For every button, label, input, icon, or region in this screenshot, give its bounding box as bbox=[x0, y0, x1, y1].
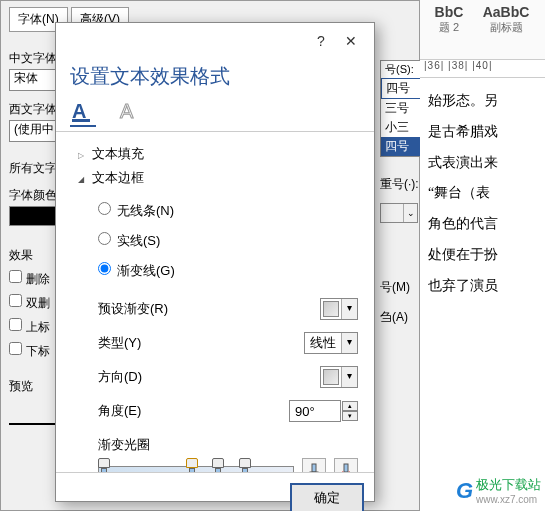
size-list-top[interactable]: 四号 bbox=[381, 78, 423, 99]
text-effects-dialog: ? ✕ 设置文本效果格式 A A 文本填充 文本边框 无线条(N) 实线(S) … bbox=[55, 22, 375, 502]
tree-text-fill-label: 文本填充 bbox=[92, 146, 144, 161]
chevron-down-icon[interactable]: ▾ bbox=[341, 333, 357, 353]
doc-line: 始形态。另 bbox=[428, 86, 537, 117]
bg-weight-label: 重号(·): bbox=[380, 177, 419, 191]
letter-a-outline-icon: A bbox=[118, 100, 144, 122]
close-button[interactable]: ✕ bbox=[336, 27, 366, 55]
spin-up-icon[interactable]: ▴ bbox=[342, 401, 358, 411]
tab-text-effects[interactable]: A bbox=[118, 100, 144, 127]
svg-rect-1 bbox=[72, 119, 90, 122]
gradient-stop-2[interactable] bbox=[186, 458, 198, 472]
type-value: 线性 bbox=[305, 334, 341, 352]
label-type: 类型(Y) bbox=[98, 334, 141, 352]
svg-text:A: A bbox=[72, 100, 86, 122]
svg-rect-5 bbox=[344, 464, 348, 472]
add-stop-button[interactable] bbox=[302, 458, 326, 472]
remove-stop-button[interactable] bbox=[334, 458, 358, 472]
row-preset: 预设渐变(R) ▾ bbox=[72, 292, 358, 326]
bg-opt-a: 刍(A) bbox=[380, 310, 408, 324]
angle-input[interactable]: 90° bbox=[289, 400, 341, 422]
gradient-stops-row bbox=[72, 456, 358, 472]
row-type: 类型(Y) 线性▾ bbox=[72, 326, 358, 360]
spin-down-icon[interactable]: ▾ bbox=[342, 411, 358, 421]
tab-text-fill-outline[interactable]: A bbox=[70, 100, 96, 127]
help-button[interactable]: ? bbox=[306, 27, 336, 55]
gradient-stop-1[interactable] bbox=[98, 458, 110, 472]
dialog-tabs: A A bbox=[56, 100, 374, 132]
logo-brand: 极光下载站 bbox=[476, 477, 541, 492]
document-area: BbC 题 2 AaBbC 副标题 |36| |38| |40| 始形态。另 是… bbox=[420, 0, 545, 511]
label-direction: 方向(D) bbox=[98, 368, 142, 386]
style-name-2: 副标题 bbox=[479, 20, 533, 35]
doc-line: 角色的代言 bbox=[428, 209, 537, 240]
logo-url: www.xz7.com bbox=[476, 494, 541, 505]
tree-text-fill[interactable]: 文本填充 bbox=[72, 142, 358, 166]
bg-weight-combo[interactable]: ⌄ bbox=[380, 203, 418, 223]
chevron-down-icon[interactable]: ▾ bbox=[341, 367, 357, 387]
row-direction: 方向(D) ▾ bbox=[72, 360, 358, 394]
gradient-stop-3[interactable] bbox=[212, 458, 224, 472]
doc-line: 也弃了演员 bbox=[428, 271, 537, 302]
size-item-2-selected[interactable]: 四号 bbox=[381, 137, 423, 156]
direction-combo[interactable]: ▾ bbox=[320, 366, 358, 388]
add-stop-icon bbox=[307, 463, 321, 472]
watermark-logo: G 极光下载站 www.xz7.com bbox=[456, 476, 541, 505]
label-angle: 角度(E) bbox=[98, 402, 141, 420]
style-sample-1: BbC bbox=[422, 4, 476, 20]
svg-text:A: A bbox=[120, 100, 134, 122]
tree-text-outline-label: 文本边框 bbox=[92, 170, 144, 185]
dialog-title: 设置文本效果格式 bbox=[56, 59, 374, 100]
radio-gradient[interactable]: 渐变线(G) bbox=[98, 256, 358, 286]
preset-combo[interactable]: ▾ bbox=[320, 298, 358, 320]
size-item-1[interactable]: 小三 bbox=[381, 118, 423, 137]
row-angle: 角度(E) 90° ▴▾ bbox=[72, 394, 358, 428]
gradient-slider[interactable] bbox=[98, 458, 294, 472]
size-item-0[interactable]: 三号 bbox=[381, 99, 423, 118]
style-heading2[interactable]: BbC 题 2 bbox=[422, 4, 476, 35]
label-preset: 预设渐变(R) bbox=[98, 300, 168, 318]
remove-stop-icon bbox=[339, 463, 353, 472]
direction-swatch-icon bbox=[323, 369, 339, 385]
size-list-header: 号(S): bbox=[381, 61, 423, 78]
style-name-1: 题 2 bbox=[422, 20, 476, 35]
tree-text-outline[interactable]: 文本边框 bbox=[72, 166, 358, 190]
dialog-footer: 确定 bbox=[56, 472, 374, 511]
document-text: 始形态。另 是古希腊戏 式表演出来 “舞台（表 角色的代言 处便在于扮 也弃了演… bbox=[420, 78, 545, 310]
angle-spinner[interactable]: ▴▾ bbox=[342, 401, 358, 421]
ruler: |36| |38| |40| bbox=[420, 60, 545, 78]
logo-icon: G bbox=[456, 478, 473, 504]
svg-rect-3 bbox=[312, 464, 316, 472]
letter-a-filled-icon: A bbox=[70, 100, 96, 122]
caret-down-icon bbox=[78, 170, 88, 185]
style-sample-2: AaBbC bbox=[479, 4, 533, 20]
ribbon-styles: BbC 题 2 AaBbC 副标题 bbox=[420, 0, 545, 60]
dialog-titlebar: ? ✕ bbox=[56, 23, 374, 59]
chevron-down-icon[interactable]: ▾ bbox=[341, 299, 357, 319]
font-size-list[interactable]: 号(S): 四号 三号 小三 四号 bbox=[380, 60, 424, 157]
angle-value: 90° bbox=[290, 404, 340, 419]
bg-effects-label: 效果 bbox=[9, 248, 33, 262]
bg-opt-m: 号(M) bbox=[380, 280, 410, 294]
style-subtitle[interactable]: AaBbC 副标题 bbox=[479, 4, 533, 35]
doc-line: “舞台（表 bbox=[428, 178, 537, 209]
bg-right-fragment: 重号(·): ⌄ 号(M) 刍(A) bbox=[380, 170, 419, 334]
ok-button[interactable]: 确定 bbox=[290, 483, 364, 511]
label-stops: 渐变光圈 bbox=[72, 428, 358, 456]
doc-line: 处便在于扮 bbox=[428, 240, 537, 271]
type-combo[interactable]: 线性▾ bbox=[304, 332, 358, 354]
gradient-swatch-icon bbox=[323, 301, 339, 317]
doc-line: 是古希腊戏 bbox=[428, 117, 537, 148]
caret-right-icon bbox=[78, 146, 88, 161]
radio-solid[interactable]: 实线(S) bbox=[98, 226, 358, 256]
dialog-body: 文本填充 文本边框 无线条(N) 实线(S) 渐变线(G) 预设渐变(R) ▾ … bbox=[56, 132, 374, 472]
radio-no-line[interactable]: 无线条(N) bbox=[98, 196, 358, 226]
outline-radios: 无线条(N) 实线(S) 渐变线(G) bbox=[72, 190, 358, 292]
doc-line: 式表演出来 bbox=[428, 148, 537, 179]
gradient-stop-4[interactable] bbox=[239, 458, 251, 472]
